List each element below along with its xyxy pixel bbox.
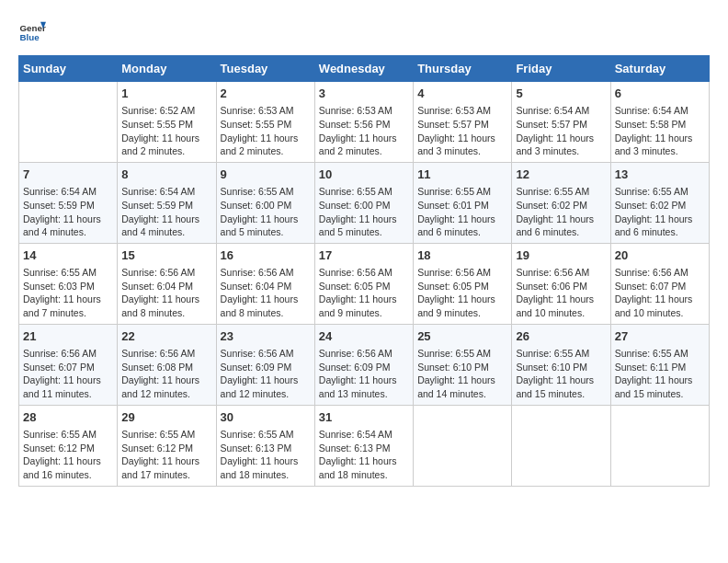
day-number: 17 xyxy=(319,247,409,264)
day-number: 9 xyxy=(221,167,311,183)
calendar-cell: 31 Sunrise: 6:54 AM Sunset: 6:13 PM Dayl… xyxy=(314,405,413,486)
day-number: 27 xyxy=(615,328,705,345)
day-number: 26 xyxy=(516,328,606,345)
sunset-text: Sunset: 5:57 PM xyxy=(516,119,587,130)
daylight-text: Daylight: 11 hours and 8 minutes. xyxy=(121,293,199,318)
calendar-cell: 23 Sunrise: 6:56 AM Sunset: 6:09 PM Dayl… xyxy=(216,324,314,405)
daylight-text: Daylight: 11 hours and 5 minutes. xyxy=(221,213,299,238)
sunrise-text: Sunrise: 6:56 AM xyxy=(221,348,294,359)
svg-text:Blue: Blue xyxy=(20,32,40,42)
daylight-text: Daylight: 11 hours and 2 minutes. xyxy=(121,132,199,157)
logo: General Blue xyxy=(18,18,46,46)
sunset-text: Sunset: 6:12 PM xyxy=(23,442,95,454)
sunrise-text: Sunrise: 6:56 AM xyxy=(121,267,195,278)
sunset-text: Sunset: 6:05 PM xyxy=(319,281,391,292)
daylight-text: Daylight: 11 hours and 2 minutes. xyxy=(221,132,299,157)
sunset-text: Sunset: 6:11 PM xyxy=(615,362,687,373)
daylight-text: Daylight: 11 hours and 13 minutes. xyxy=(319,374,397,399)
day-number: 21 xyxy=(23,328,113,345)
calendar-cell: 29 Sunrise: 6:55 AM Sunset: 6:12 PM Dayl… xyxy=(118,405,216,486)
header-tuesday: Tuesday xyxy=(216,56,314,82)
sunset-text: Sunset: 6:09 PM xyxy=(319,362,391,373)
daylight-text: Daylight: 11 hours and 15 minutes. xyxy=(615,374,693,399)
sunrise-text: Sunrise: 6:55 AM xyxy=(121,429,195,440)
week-row-2: 7 Sunrise: 6:54 AM Sunset: 5:59 PM Dayli… xyxy=(19,162,710,243)
sunrise-text: Sunrise: 6:55 AM xyxy=(417,186,491,197)
day-number: 23 xyxy=(221,328,311,345)
day-number: 18 xyxy=(417,247,507,264)
sunset-text: Sunset: 6:00 PM xyxy=(221,200,292,211)
day-number: 1 xyxy=(121,86,211,102)
day-number: 16 xyxy=(221,247,311,264)
calendar-cell: 27 Sunrise: 6:55 AM Sunset: 6:11 PM Dayl… xyxy=(610,324,709,405)
daylight-text: Daylight: 11 hours and 17 minutes. xyxy=(121,455,199,480)
daylight-text: Daylight: 11 hours and 10 minutes. xyxy=(516,293,594,318)
calendar-cell: 6 Sunrise: 6:54 AM Sunset: 5:58 PM Dayli… xyxy=(610,82,709,163)
sunrise-text: Sunrise: 6:55 AM xyxy=(615,348,688,359)
calendar-cell xyxy=(610,405,709,486)
daylight-text: Daylight: 11 hours and 18 minutes. xyxy=(221,455,299,480)
sunrise-text: Sunrise: 6:56 AM xyxy=(319,267,392,278)
day-number: 31 xyxy=(319,409,409,426)
day-number: 12 xyxy=(516,167,606,183)
sunrise-text: Sunrise: 6:53 AM xyxy=(221,105,294,116)
daylight-text: Daylight: 11 hours and 18 minutes. xyxy=(319,455,397,480)
sunrise-text: Sunrise: 6:55 AM xyxy=(221,186,294,197)
header-row: SundayMondayTuesdayWednesdayThursdayFrid… xyxy=(19,56,710,82)
calendar-cell: 10 Sunrise: 6:55 AM Sunset: 6:00 PM Dayl… xyxy=(314,162,413,243)
sunset-text: Sunset: 6:13 PM xyxy=(221,442,292,454)
daylight-text: Daylight: 11 hours and 12 minutes. xyxy=(121,374,199,399)
calendar-cell: 2 Sunrise: 6:53 AM Sunset: 5:55 PM Dayli… xyxy=(216,82,314,163)
calendar-cell: 8 Sunrise: 6:54 AM Sunset: 5:59 PM Dayli… xyxy=(118,162,216,243)
daylight-text: Daylight: 11 hours and 12 minutes. xyxy=(221,374,299,399)
calendar-cell: 18 Sunrise: 6:56 AM Sunset: 6:05 PM Dayl… xyxy=(414,243,512,324)
calendar-cell: 24 Sunrise: 6:56 AM Sunset: 6:09 PM Dayl… xyxy=(314,324,413,405)
day-number: 25 xyxy=(417,328,507,345)
day-number: 2 xyxy=(221,86,311,102)
sunrise-text: Sunrise: 6:54 AM xyxy=(121,186,195,197)
calendar-cell: 30 Sunrise: 6:55 AM Sunset: 6:13 PM Dayl… xyxy=(216,405,314,486)
sunset-text: Sunset: 6:01 PM xyxy=(417,200,489,211)
calendar-cell: 4 Sunrise: 6:53 AM Sunset: 5:57 PM Dayli… xyxy=(414,82,512,163)
daylight-text: Daylight: 11 hours and 3 minutes. xyxy=(417,132,495,157)
logo-icon: General Blue xyxy=(18,18,46,46)
sunset-text: Sunset: 6:07 PM xyxy=(23,362,95,373)
sunrise-text: Sunrise: 6:56 AM xyxy=(319,348,392,359)
sunset-text: Sunset: 6:10 PM xyxy=(417,362,489,373)
sunrise-text: Sunrise: 6:55 AM xyxy=(516,186,589,197)
sunset-text: Sunset: 6:09 PM xyxy=(221,362,292,373)
sunset-text: Sunset: 6:06 PM xyxy=(516,281,587,292)
sunset-text: Sunset: 6:00 PM xyxy=(319,200,391,211)
day-number: 15 xyxy=(121,247,211,264)
day-number: 29 xyxy=(121,409,211,426)
calendar-cell: 19 Sunrise: 6:56 AM Sunset: 6:06 PM Dayl… xyxy=(512,243,610,324)
daylight-text: Daylight: 11 hours and 11 minutes. xyxy=(23,374,101,399)
daylight-text: Daylight: 11 hours and 8 minutes. xyxy=(221,293,299,318)
sunset-text: Sunset: 6:12 PM xyxy=(121,442,193,454)
calendar-cell: 12 Sunrise: 6:55 AM Sunset: 6:02 PM Dayl… xyxy=(512,162,610,243)
daylight-text: Daylight: 11 hours and 14 minutes. xyxy=(417,374,495,399)
day-number: 8 xyxy=(121,167,211,183)
day-number: 28 xyxy=(23,409,113,426)
calendar-cell: 13 Sunrise: 6:55 AM Sunset: 6:02 PM Dayl… xyxy=(610,162,709,243)
day-number: 30 xyxy=(221,409,311,426)
sunset-text: Sunset: 5:55 PM xyxy=(221,119,292,130)
sunset-text: Sunset: 5:56 PM xyxy=(319,119,391,130)
sunset-text: Sunset: 5:59 PM xyxy=(121,200,193,211)
day-number: 22 xyxy=(121,328,211,345)
sunset-text: Sunset: 6:02 PM xyxy=(516,200,587,211)
calendar-cell: 3 Sunrise: 6:53 AM Sunset: 5:56 PM Dayli… xyxy=(314,82,413,163)
daylight-text: Daylight: 11 hours and 6 minutes. xyxy=(615,213,693,238)
daylight-text: Daylight: 11 hours and 3 minutes. xyxy=(516,132,594,157)
sunset-text: Sunset: 5:57 PM xyxy=(417,119,489,130)
sunrise-text: Sunrise: 6:55 AM xyxy=(221,429,294,440)
sunrise-text: Sunrise: 6:56 AM xyxy=(23,348,97,359)
sunrise-text: Sunrise: 6:56 AM xyxy=(417,267,491,278)
daylight-text: Daylight: 11 hours and 9 minutes. xyxy=(319,293,397,318)
calendar-cell: 25 Sunrise: 6:55 AM Sunset: 6:10 PM Dayl… xyxy=(414,324,512,405)
calendar-cell: 15 Sunrise: 6:56 AM Sunset: 6:04 PM Dayl… xyxy=(118,243,216,324)
calendar-cell xyxy=(512,405,610,486)
calendar-cell: 28 Sunrise: 6:55 AM Sunset: 6:12 PM Dayl… xyxy=(19,405,118,486)
sunrise-text: Sunrise: 6:55 AM xyxy=(23,429,97,440)
daylight-text: Daylight: 11 hours and 3 minutes. xyxy=(615,132,693,157)
